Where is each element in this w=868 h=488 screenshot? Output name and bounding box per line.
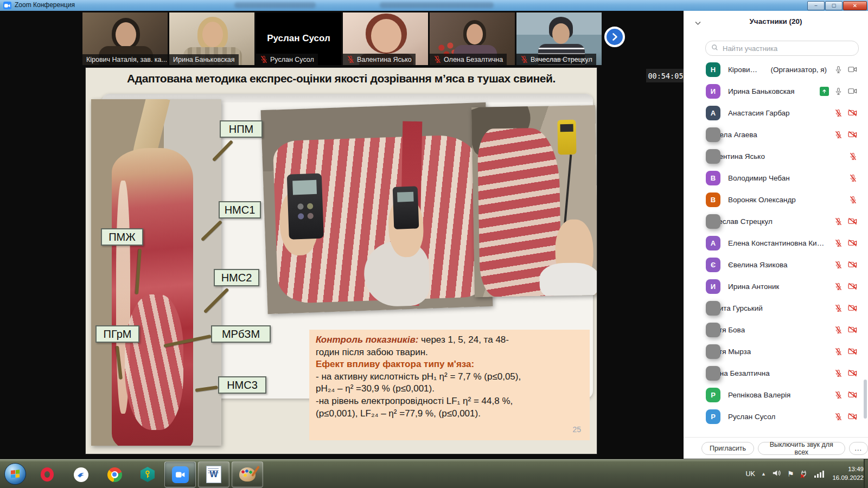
participant-row[interactable]: Вячеслав Стрецкул	[684, 210, 868, 232]
participant-name: Руслан Сусол	[728, 413, 775, 421]
participant-row[interactable]: Анжела Агаева	[684, 124, 868, 145]
avatar-initial: В	[711, 174, 716, 182]
slide-page-number: 25	[572, 425, 581, 435]
participant-row[interactable]: Настя Мырза	[684, 341, 868, 362]
participant-row[interactable]: РРепнікова Валерія	[684, 384, 868, 406]
mic-muted-icon	[834, 348, 843, 356]
avatar-initial: А	[711, 239, 716, 247]
tray-expand-icon[interactable]: ▲	[761, 471, 766, 477]
participant-row[interactable]: ИИрина Баньковская	[684, 80, 868, 102]
participant-avatar	[706, 127, 720, 142]
video-tile[interactable]: Валентина Ясько	[343, 12, 428, 65]
camera-off-icon	[848, 413, 857, 420]
participant-name: Кірович Нат...	[728, 66, 761, 74]
participant-search[interactable]	[705, 41, 859, 56]
next-participants-button[interactable]	[604, 27, 625, 47]
mic-muted-icon	[834, 131, 843, 139]
slide-infobox: Контроль показників: через 1, 5, 24, та …	[309, 330, 590, 440]
video-tile[interactable]: Вячеслав Стрецкул	[516, 12, 602, 65]
tile-name-label: Руслан Сусол	[256, 54, 318, 65]
power-plug-icon[interactable]	[800, 470, 808, 478]
meeting-timer: 00:54:05	[646, 69, 684, 82]
maximize-button[interactable]: ▢	[825, 1, 843, 10]
participant-row[interactable]: ЄЄвелина Язикова	[684, 254, 868, 275]
paint-taskbar-button[interactable]	[232, 461, 263, 487]
participant-row[interactable]: НКірович Нат...(Организатор, я)	[684, 59, 868, 80]
word-taskbar-button[interactable]: W	[198, 461, 229, 487]
muscle-label: ПМЖ	[101, 228, 143, 246]
shared-slide: Адаптована методика експрес-оцінки якост…	[86, 68, 597, 454]
mute-all-button[interactable]: Выключить звук для всех	[758, 442, 845, 455]
language-indicator[interactable]: UK	[746, 470, 755, 478]
show-desktop-button[interactable]	[864, 459, 868, 488]
invite-button[interactable]: Пригласить	[701, 442, 754, 455]
tile-name: Вячеслав Стрецкул	[531, 56, 592, 63]
camera-icon	[848, 87, 857, 95]
participant-row[interactable]: Настя Бова	[684, 319, 868, 341]
mic-muted-icon	[834, 413, 843, 421]
more-options-button[interactable]: ...	[849, 442, 868, 455]
camera-off-icon	[848, 369, 857, 377]
muscle-label: НМС3	[218, 376, 266, 394]
kaspersky-taskbar-icon[interactable]	[139, 466, 156, 483]
participant-name: Євелина Язикова	[728, 261, 788, 269]
participant-row[interactable]: Валентина Ясько	[684, 145, 868, 167]
zoom-taskbar-button[interactable]	[164, 461, 196, 487]
volume-icon[interactable]	[772, 469, 781, 479]
participant-row[interactable]: ИИрина Антоник	[684, 275, 868, 297]
scrollbar-thumb[interactable]	[864, 380, 867, 419]
window-titlebar: Zoom Конференция – ▢ ✕	[0, 0, 868, 11]
avatar-initial: Н	[711, 66, 716, 74]
chrome-taskbar-icon[interactable]	[106, 466, 123, 483]
infobox-heading: Ефект впливу фактора типу м'яза:	[316, 359, 474, 369]
video-tile[interactable]: Кірович Наталія, зав. ка...	[82, 12, 168, 65]
start-button[interactable]	[4, 463, 26, 485]
search-input[interactable]	[722, 44, 853, 53]
video-tile[interactable]: Ирина Баньковская	[169, 12, 254, 65]
slide-title: Адаптована методика експрес-оцінки якост…	[86, 72, 597, 85]
infobox-text: - на активну кислотність pH₁ η² = 7,7 % …	[316, 371, 521, 382]
muscle-label: НПМ	[220, 120, 263, 138]
tile-name: Валентина Ясько	[357, 56, 412, 63]
measurement-photo-middle	[261, 102, 493, 314]
muscle-label: МРбЗМ	[211, 325, 271, 343]
opera-taskbar-icon[interactable]	[39, 466, 55, 483]
search-icon	[711, 43, 718, 53]
action-center-flag-icon[interactable]: ⚑	[787, 470, 794, 478]
infobox-text: (p≤0,001), LF₂₄ – η² =77,9 %, (p≤0,001).	[316, 408, 481, 419]
participant-row[interactable]: ВВолодимир Чебан	[684, 167, 868, 189]
participant-avatar	[706, 344, 720, 359]
mic-icon	[834, 66, 843, 74]
participant-row[interactable]: РРуслан Сусол	[684, 406, 868, 427]
mic-icon	[834, 87, 843, 95]
tile-name: Кірович Наталія, зав. ка...	[86, 56, 167, 63]
bird-app-taskbar-icon[interactable]	[73, 466, 89, 483]
camera-off-icon	[848, 326, 857, 333]
video-tile[interactable]: Олена Безалтична	[430, 12, 515, 65]
participant-row[interactable]: АЕлена Константиновна Кишла...	[684, 232, 868, 254]
mic-muted-icon	[834, 282, 843, 291]
participant-avatar: Р	[706, 388, 720, 402]
participant-row[interactable]: ВВороняк Олександр	[684, 189, 868, 210]
clock[interactable]: 13:49 16.09.2022	[832, 465, 864, 482]
video-tile[interactable]: Руслан СусолРуслан Сусол	[256, 12, 341, 65]
network-signal-icon[interactable]	[814, 470, 824, 478]
participants-footer: Пригласить Выключить звук для всех ...	[684, 437, 868, 459]
minimize-button[interactable]: –	[807, 1, 825, 10]
infobox-lead: Контроль показників:	[316, 335, 418, 345]
close-button[interactable]: ✕	[843, 1, 867, 10]
muscle-label: НМС1	[219, 201, 261, 219]
participant-row[interactable]: ААнастасия Гарбар	[684, 102, 868, 124]
infobox-text: -на рівень електропровідності LF₁ η² = 4…	[316, 396, 513, 406]
camera-off-icon	[848, 282, 857, 290]
avatar-initial: А	[711, 109, 716, 117]
participant-avatar: А	[706, 236, 720, 251]
participant-avatar: А	[706, 106, 720, 120]
participant-row[interactable]: Микита Гурський	[684, 297, 868, 319]
mic-muted-icon	[433, 55, 442, 63]
tile-name-label: Олена Безалтична	[430, 54, 507, 65]
participant-avatar: Р	[706, 409, 720, 424]
screen: Zoom Конференция – ▢ ✕ Кірович Наталія, …	[0, 0, 868, 488]
mic-muted-icon	[834, 261, 843, 269]
participant-row[interactable]: Олена Безалтична	[684, 362, 868, 384]
